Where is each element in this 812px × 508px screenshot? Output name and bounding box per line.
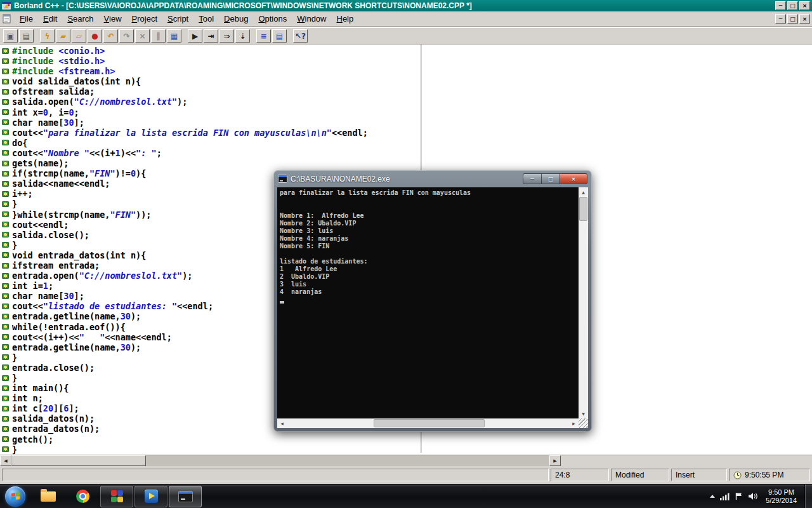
taskbar-clock[interactable]: 9:50 PM 5/29/2014 bbox=[766, 488, 797, 505]
menu-item-project[interactable]: Project bbox=[127, 12, 162, 25]
resize-grip[interactable] bbox=[579, 418, 588, 428]
gutter-marker-icon[interactable] bbox=[2, 334, 9, 340]
gutter-marker-icon[interactable] bbox=[2, 375, 9, 381]
undo-button[interactable]: ↶ bbox=[103, 29, 118, 43]
gutter-marker-icon[interactable] bbox=[2, 344, 9, 350]
menu-item-debug[interactable]: Debug bbox=[219, 12, 253, 25]
step-over-button[interactable]: ⇥ bbox=[204, 29, 218, 43]
taskbar-explorer-button[interactable] bbox=[32, 486, 65, 507]
menu-item-file[interactable]: File bbox=[15, 12, 38, 25]
gutter-marker-icon[interactable] bbox=[2, 181, 9, 187]
show-desktop-button[interactable] bbox=[804, 485, 812, 508]
file-list-button[interactable]: ▤ bbox=[272, 29, 287, 43]
console-vscrollbar[interactable]: ▲ ▼ bbox=[579, 187, 588, 418]
menu-item-edit[interactable]: Edit bbox=[38, 12, 62, 25]
gutter-marker-icon[interactable] bbox=[2, 232, 9, 237]
gutter-marker-icon[interactable] bbox=[2, 191, 9, 197]
gutter-marker-icon[interactable] bbox=[2, 252, 9, 258]
console-titlebar[interactable]: C:\BASURA\NONAME02.exe ─ □ × bbox=[273, 170, 592, 187]
gutter-marker-icon[interactable] bbox=[2, 161, 9, 166]
gutter-marker-icon[interactable] bbox=[2, 69, 9, 74]
editor-window-icon[interactable] bbox=[2, 14, 12, 23]
make-button[interactable]: ϟ bbox=[40, 29, 55, 43]
gutter-marker-icon[interactable] bbox=[2, 283, 9, 289]
gutter-marker-icon[interactable] bbox=[2, 99, 9, 105]
code-line[interactable]: ofstream salida; bbox=[0, 86, 812, 97]
taskbar-console-button[interactable] bbox=[169, 486, 202, 507]
redo-button[interactable]: ↷ bbox=[119, 29, 134, 43]
menu-item-options[interactable]: Options bbox=[253, 12, 292, 25]
console-scroll-up-arrow[interactable]: ▲ bbox=[579, 187, 588, 197]
console-minimize-button[interactable]: ─ bbox=[523, 173, 541, 184]
gutter-marker-icon[interactable] bbox=[2, 436, 9, 442]
gutter-marker-icon[interactable] bbox=[2, 324, 9, 330]
console-close-button[interactable]: × bbox=[560, 173, 587, 184]
gutter-marker-icon[interactable] bbox=[2, 293, 9, 299]
gutter-marker-icon[interactable] bbox=[2, 58, 9, 64]
gutter-marker-icon[interactable] bbox=[2, 314, 9, 319]
gutter-marker-icon[interactable] bbox=[2, 119, 9, 125]
maximize-button[interactable]: □ bbox=[787, 1, 798, 10]
console-scroll-left-arrow[interactable]: ◀ bbox=[277, 418, 287, 428]
action-center-flag-icon[interactable] bbox=[735, 492, 743, 500]
taskbar-chrome-button[interactable] bbox=[66, 486, 99, 507]
gutter-marker-icon[interactable] bbox=[2, 416, 9, 422]
menu-item-tool[interactable]: Tool bbox=[193, 12, 219, 25]
gutter-marker-icon[interactable] bbox=[2, 426, 9, 432]
menu-item-view[interactable]: View bbox=[99, 12, 127, 25]
code-line[interactable]: cout<<"Nombre "<<(i+1)<<": "; bbox=[0, 148, 812, 158]
console-hscrollbar[interactable]: ◀ ▶ bbox=[277, 418, 579, 428]
mdi-close-button[interactable]: × bbox=[799, 14, 810, 23]
editor-hscroll-thumb[interactable] bbox=[11, 455, 146, 466]
taskbar-borland-button[interactable] bbox=[100, 486, 133, 507]
gutter-marker-icon[interactable] bbox=[2, 89, 9, 95]
gutter-marker-icon[interactable] bbox=[2, 201, 9, 207]
gutter-marker-icon[interactable] bbox=[2, 140, 9, 145]
gutter-marker-icon[interactable] bbox=[2, 396, 9, 401]
mdi-minimize-button[interactable]: ─ bbox=[775, 14, 786, 23]
gutter-marker-icon[interactable] bbox=[2, 263, 9, 269]
pause-process-button[interactable]: ‖ bbox=[151, 29, 166, 43]
gutter-marker-icon[interactable] bbox=[2, 364, 9, 370]
cut-button[interactable]: × bbox=[135, 29, 150, 43]
open-project-button[interactable]: ▰ bbox=[56, 29, 70, 43]
context-help-button[interactable]: ↖? bbox=[293, 29, 308, 43]
run-button[interactable]: ▶ bbox=[188, 29, 202, 43]
window-cascade-button[interactable]: ▣ bbox=[3, 29, 18, 43]
code-line[interactable]: char name[30]; bbox=[0, 117, 812, 128]
code-line[interactable]: #include <fstream.h> bbox=[0, 66, 812, 76]
console-scroll-down-arrow[interactable]: ▼ bbox=[579, 409, 588, 418]
gutter-marker-icon[interactable] bbox=[2, 354, 9, 360]
taskbar-media-button[interactable] bbox=[134, 486, 167, 507]
code-line[interactable]: getch(); bbox=[0, 434, 812, 444]
code-line[interactable]: cout<<"para finalizar la lista escrida F… bbox=[0, 128, 812, 138]
borland-titlebar[interactable]: Borland C++ - [C:\USERS\VAIOROJA\APPDATA… bbox=[0, 0, 812, 11]
toggle-breakpoint-button[interactable]: ● bbox=[88, 29, 102, 43]
scroll-right-arrow[interactable]: ▶ bbox=[549, 455, 561, 466]
scroll-left-arrow[interactable]: ◀ bbox=[0, 455, 11, 466]
gutter-marker-icon[interactable] bbox=[2, 446, 9, 452]
gutter-marker-icon[interactable] bbox=[2, 242, 9, 248]
volume-icon[interactable] bbox=[748, 492, 758, 500]
gutter-marker-icon[interactable] bbox=[2, 385, 9, 391]
gutter-marker-icon[interactable] bbox=[2, 406, 9, 411]
code-line[interactable]: int x=0, i=0; bbox=[0, 107, 812, 117]
message-window-button[interactable]: ≡ bbox=[256, 29, 271, 43]
add-to-project-button[interactable]: ▱ bbox=[72, 29, 86, 43]
close-button[interactable]: × bbox=[799, 1, 810, 10]
code-line[interactable]: #include <stdio.h> bbox=[0, 56, 812, 66]
gutter-marker-icon[interactable] bbox=[2, 304, 9, 309]
run-to-cursor-button[interactable]: ⇣ bbox=[235, 29, 250, 43]
console-vscroll-thumb[interactable] bbox=[579, 197, 587, 221]
console-hscroll-thumb[interactable] bbox=[374, 419, 485, 427]
show-hidden-icons-button[interactable] bbox=[710, 495, 715, 498]
gutter-marker-icon[interactable] bbox=[2, 109, 9, 115]
gutter-marker-icon[interactable] bbox=[2, 130, 9, 135]
start-button[interactable] bbox=[5, 486, 25, 507]
editor-hscrollbar[interactable]: ◀ ▶ bbox=[0, 455, 561, 466]
gutter-marker-icon[interactable] bbox=[2, 273, 9, 279]
menu-item-help[interactable]: Help bbox=[331, 12, 358, 25]
code-line[interactable]: void salida_datos(int n){ bbox=[0, 76, 812, 86]
code-line[interactable]: #include <conio.h> bbox=[0, 46, 812, 56]
gutter-marker-icon[interactable] bbox=[2, 171, 9, 177]
